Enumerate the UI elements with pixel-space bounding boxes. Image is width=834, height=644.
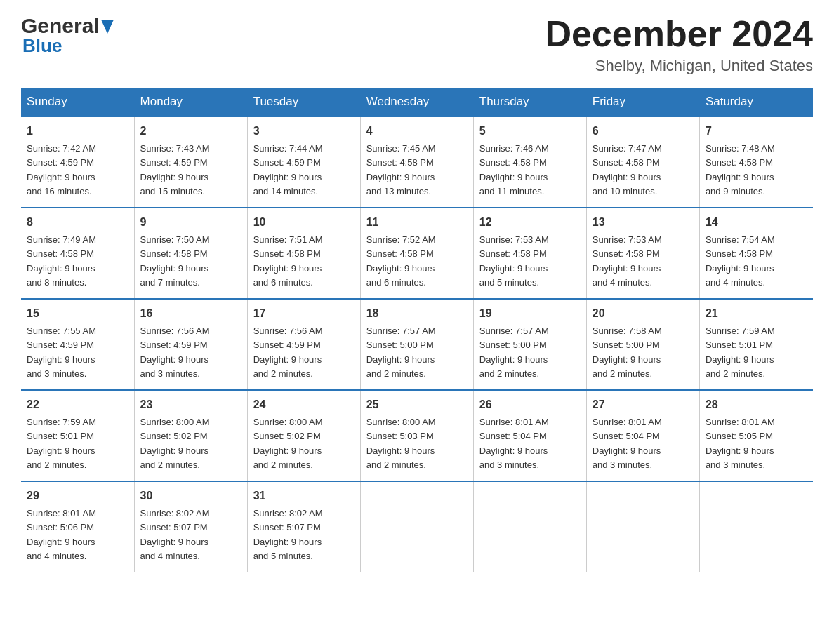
day-daylight-mins: and 2 minutes. (27, 459, 86, 470)
header-wednesday: Wednesday (360, 88, 473, 116)
day-sunrise: Sunrise: 8:01 AM (706, 417, 775, 427)
day-daylight: Daylight: 9 hours (593, 445, 661, 456)
day-daylight: Daylight: 9 hours (140, 537, 209, 547)
svg-marker-0 (101, 20, 114, 34)
day-sunset: Sunset: 5:05 PM (706, 431, 773, 441)
day-number: 30 (140, 488, 241, 504)
day-number: 12 (479, 214, 581, 231)
day-sunrise: Sunrise: 7:56 AM (253, 326, 323, 336)
day-number: 19 (479, 305, 581, 322)
day-number: 9 (140, 214, 241, 231)
day-sunset: Sunset: 5:07 PM (140, 522, 208, 532)
day-sunset: Sunset: 4:59 PM (27, 340, 94, 350)
day-sunrise: Sunrise: 7:45 AM (366, 143, 436, 154)
day-daylight-mins: and 7 minutes. (140, 277, 200, 288)
day-daylight: Daylight: 9 hours (479, 354, 548, 365)
calendar-cell: 2Sunrise: 7:43 AMSunset: 4:59 PMDaylight… (134, 116, 247, 208)
day-sunset: Sunset: 5:01 PM (706, 340, 773, 350)
day-sunrise: Sunrise: 7:49 AM (27, 234, 96, 245)
calendar-cell: 11Sunrise: 7:52 AMSunset: 4:58 PMDayligh… (360, 208, 473, 299)
header-thursday: Thursday (473, 88, 586, 116)
day-daylight: Daylight: 9 hours (27, 263, 95, 274)
logo-general-text: General (21, 14, 100, 38)
day-daylight: Daylight: 9 hours (366, 354, 435, 365)
calendar-cell: 14Sunrise: 7:54 AMSunset: 4:58 PMDayligh… (699, 208, 812, 299)
day-daylight: Daylight: 9 hours (479, 172, 548, 182)
day-sunrise: Sunrise: 7:59 AM (27, 417, 96, 427)
day-number: 3 (253, 123, 355, 140)
calendar-body: 1Sunrise: 7:42 AMSunset: 4:59 PMDaylight… (21, 116, 813, 572)
day-sunrise: Sunrise: 7:42 AM (27, 143, 96, 154)
day-daylight-mins: and 3 minutes. (706, 459, 765, 470)
day-daylight-mins: and 4 minutes. (593, 277, 652, 288)
day-daylight-mins: and 5 minutes. (253, 551, 313, 561)
day-daylight-mins: and 11 minutes. (479, 186, 545, 196)
title-block: December 2024 Shelby, Michigan, United S… (545, 14, 813, 75)
day-number: 23 (140, 396, 241, 413)
day-sunrise: Sunrise: 7:56 AM (140, 326, 210, 336)
day-daylight: Daylight: 9 hours (140, 172, 209, 182)
day-sunrise: Sunrise: 7:57 AM (479, 326, 549, 336)
day-daylight: Daylight: 9 hours (366, 445, 435, 456)
day-number: 20 (593, 305, 694, 322)
calendar-cell: 6Sunrise: 7:47 AMSunset: 4:58 PMDaylight… (586, 116, 699, 208)
day-sunset: Sunset: 5:00 PM (479, 340, 547, 350)
day-number: 27 (593, 396, 694, 413)
day-daylight-mins: and 2 minutes. (593, 368, 652, 379)
day-sunrise: Sunrise: 7:53 AM (479, 234, 549, 245)
day-daylight-mins: and 3 minutes. (27, 368, 86, 379)
day-number: 17 (253, 305, 355, 322)
day-daylight-mins: and 2 minutes. (366, 368, 426, 379)
day-sunset: Sunset: 4:58 PM (593, 248, 660, 259)
calendar-cell: 18Sunrise: 7:57 AMSunset: 5:00 PMDayligh… (360, 299, 473, 390)
calendar-cell: 15Sunrise: 7:55 AMSunset: 4:59 PMDayligh… (21, 299, 134, 390)
day-daylight: Daylight: 9 hours (140, 263, 209, 274)
calendar-cell: 21Sunrise: 7:59 AMSunset: 5:01 PMDayligh… (699, 299, 812, 390)
day-sunrise: Sunrise: 7:57 AM (366, 326, 436, 336)
day-sunset: Sunset: 4:58 PM (27, 248, 94, 259)
day-sunrise: Sunrise: 8:01 AM (27, 508, 96, 518)
calendar-cell: 1Sunrise: 7:42 AMSunset: 4:59 PMDaylight… (21, 116, 134, 208)
day-daylight: Daylight: 9 hours (593, 354, 661, 365)
day-number: 31 (253, 488, 355, 504)
day-sunrise: Sunrise: 7:43 AM (140, 143, 210, 154)
day-daylight-mins: and 2 minutes. (479, 368, 539, 379)
calendar-cell: 31Sunrise: 8:02 AMSunset: 5:07 PMDayligh… (247, 481, 360, 572)
day-sunset: Sunset: 4:59 PM (253, 340, 321, 350)
day-daylight-mins: and 9 minutes. (706, 186, 765, 196)
day-daylight: Daylight: 9 hours (253, 172, 322, 182)
day-sunset: Sunset: 4:58 PM (140, 248, 208, 259)
day-daylight: Daylight: 9 hours (27, 537, 95, 547)
day-sunset: Sunset: 5:03 PM (366, 431, 434, 441)
calendar-cell: 8Sunrise: 7:49 AMSunset: 4:58 PMDaylight… (21, 208, 134, 299)
day-number: 7 (706, 123, 807, 140)
calendar-cell: 7Sunrise: 7:48 AMSunset: 4:58 PMDaylight… (699, 116, 812, 208)
calendar-cell: 17Sunrise: 7:56 AMSunset: 4:59 PMDayligh… (247, 299, 360, 390)
day-number: 11 (366, 214, 468, 231)
day-number: 16 (140, 305, 241, 322)
calendar-cell: 27Sunrise: 8:01 AMSunset: 5:04 PMDayligh… (586, 390, 699, 481)
calendar-cell: 16Sunrise: 7:56 AMSunset: 4:59 PMDayligh… (134, 299, 247, 390)
day-daylight: Daylight: 9 hours (366, 172, 435, 182)
day-daylight-mins: and 2 minutes. (253, 459, 313, 470)
day-sunrise: Sunrise: 7:47 AM (593, 143, 662, 154)
calendar-cell: 20Sunrise: 7:58 AMSunset: 5:00 PMDayligh… (586, 299, 699, 390)
calendar-cell: 3Sunrise: 7:44 AMSunset: 4:59 PMDaylight… (247, 116, 360, 208)
day-sunrise: Sunrise: 7:52 AM (366, 234, 436, 245)
header-saturday: Saturday (699, 88, 812, 116)
day-sunset: Sunset: 4:58 PM (479, 157, 547, 168)
day-daylight-mins: and 6 minutes. (366, 277, 426, 288)
day-sunrise: Sunrise: 8:01 AM (593, 417, 662, 427)
day-sunrise: Sunrise: 8:02 AM (140, 508, 210, 518)
day-number: 10 (253, 214, 355, 231)
calendar-header: Sunday Monday Tuesday Wednesday Thursday… (21, 88, 813, 116)
day-daylight: Daylight: 9 hours (27, 172, 95, 182)
location-title: Shelby, Michigan, United States (545, 57, 813, 75)
day-daylight: Daylight: 9 hours (140, 354, 209, 365)
day-number: 26 (479, 396, 581, 413)
day-sunset: Sunset: 5:02 PM (253, 431, 321, 441)
day-daylight-mins: and 3 minutes. (140, 368, 200, 379)
calendar-cell: 10Sunrise: 7:51 AMSunset: 4:58 PMDayligh… (247, 208, 360, 299)
day-daylight-mins: and 8 minutes. (27, 277, 86, 288)
day-number: 1 (27, 123, 128, 140)
